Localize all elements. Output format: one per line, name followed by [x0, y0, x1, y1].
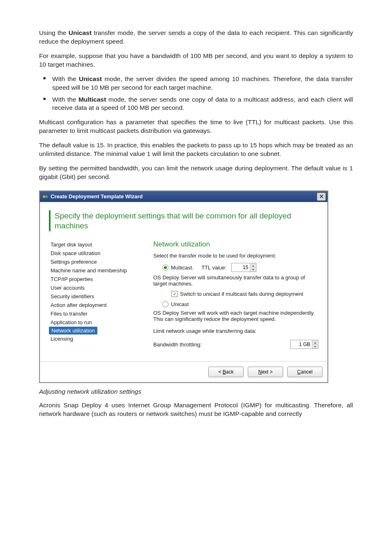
sidebar-item-application-to-run[interactable]: Application to run — [49, 318, 143, 327]
switch-unicast-row[interactable]: ✓ Switch to unicast if multicast fails d… — [171, 291, 318, 297]
multicast-label: Multicast. — [171, 265, 194, 271]
bandwidth-input[interactable] — [291, 340, 312, 348]
ttl-spin[interactable]: ▲ ▼ — [231, 263, 256, 272]
bandwidth-label: Bandwidth throttling: — [153, 341, 202, 348]
bandwidth-spin-up-icon[interactable]: ▲ — [312, 340, 318, 344]
bandwidth-spin-down-icon[interactable]: ▼ — [312, 344, 318, 349]
wizard-dialog: Create Deployment Template Wizard ✕ Spec… — [39, 190, 328, 383]
next-button[interactable]: Next > — [248, 367, 283, 377]
ttl-spin-down-icon[interactable]: ▼ — [250, 267, 256, 272]
document-body-continued: Acronis Snap Deploy 4 uses Internet Grou… — [39, 401, 353, 418]
wizard-button-bar: < Back Next > Cancel ⋰ — [40, 361, 327, 382]
close-button[interactable]: ✕ — [317, 193, 326, 201]
ttl-spin-up-icon[interactable]: ▲ — [250, 263, 256, 267]
ttl-label: TTL value: — [201, 265, 226, 271]
sidebar-item-network-utilization[interactable]: Network utilization — [49, 327, 97, 334]
sidebar-item-user-accounts[interactable]: User accounts — [49, 283, 143, 292]
sidebar-item-files-to-transfer[interactable]: Files to transfer — [49, 309, 143, 318]
back-button[interactable]: < Back — [208, 367, 244, 377]
paragraph: Using the Unicast transfer mode, the ser… — [39, 29, 353, 46]
svg-point-0 — [43, 195, 45, 198]
unicast-radio-row[interactable]: Unicast — [162, 301, 318, 307]
sidebar-item-disk-space-utilization[interactable]: Disk space utilization — [49, 249, 143, 258]
limit-label: Limit network usage while transferring d… — [153, 328, 318, 334]
unicast-label: Unicast — [171, 301, 189, 307]
titlebar[interactable]: Create Deployment Template Wizard ✕ — [40, 191, 327, 202]
multicast-radio-row[interactable]: Multicast. TTL value: ▲ ▼ — [162, 263, 318, 272]
list-item: With the Unicast mode, the server divide… — [52, 75, 353, 92]
switch-unicast-label: Switch to unicast if multicast fails dur… — [180, 291, 303, 297]
document-body: Using the Unicast transfer mode, the ser… — [39, 29, 353, 181]
bullet-list: With the Unicast mode, the server divide… — [39, 75, 353, 113]
paragraph: Acronis Snap Deploy 4 uses Internet Grou… — [39, 401, 353, 418]
close-icon: ✕ — [319, 193, 324, 200]
sidebar-item-target-disk-layout[interactable]: Target disk layout — [49, 240, 143, 249]
multicast-description: OS Deploy Server will simultaneously tra… — [153, 274, 318, 287]
ttl-input[interactable] — [232, 263, 250, 272]
multicast-radio[interactable] — [162, 265, 168, 271]
paragraph: By setting the permitted bandwidth, you … — [39, 164, 353, 181]
paragraph: The default value is 15. In practice, th… — [39, 141, 353, 158]
switch-unicast-checkbox[interactable]: ✓ — [171, 291, 178, 297]
sidebar-item-tcpip-properties[interactable]: TCP/IP properties — [49, 275, 143, 283]
svg-rect-1 — [45, 195, 48, 198]
unicast-description: OS Deploy Server will work with each tar… — [153, 310, 318, 322]
bandwidth-row: Bandwidth throttling: ▲ ▼ — [153, 340, 318, 349]
paragraph: Multicast configuration has a parameter … — [39, 118, 353, 135]
resize-grip-icon[interactable]: ⋰ — [321, 376, 326, 381]
figure-caption: Adjusting network utilization settings — [39, 388, 353, 395]
sidebar-item-licensing[interactable]: Licensing — [49, 334, 143, 343]
list-item: With the Multicast mode, the server send… — [52, 95, 353, 113]
unicast-radio[interactable] — [162, 301, 168, 307]
settings-sidebar: Target disk layout Disk space utilizatio… — [49, 240, 143, 349]
dialog-heading: Specify the deployment settings that wil… — [49, 210, 318, 232]
panel-title: Network utilization — [153, 240, 318, 248]
settings-panel: Network utilization Select the transfer … — [153, 240, 318, 349]
cancel-button[interactable]: Cancel — [287, 367, 323, 377]
sidebar-item-action-after-deployment[interactable]: Action after deployment — [49, 301, 143, 309]
sidebar-item-security-identifiers[interactable]: Security identifiers — [49, 292, 143, 301]
bandwidth-spin[interactable]: ▲ ▼ — [290, 340, 318, 349]
paragraph: For example, suppose that you have a ban… — [39, 52, 353, 69]
titlebar-text: Create Deployment Template Wizard — [51, 193, 143, 200]
wizard-icon — [42, 194, 48, 200]
sidebar-item-settings-preference[interactable]: Settings preference — [49, 258, 143, 266]
select-prompt: Select the transfer mode to be used for … — [153, 253, 318, 259]
sidebar-item-machine-name-membership[interactable]: Machine name and membership — [49, 266, 143, 275]
